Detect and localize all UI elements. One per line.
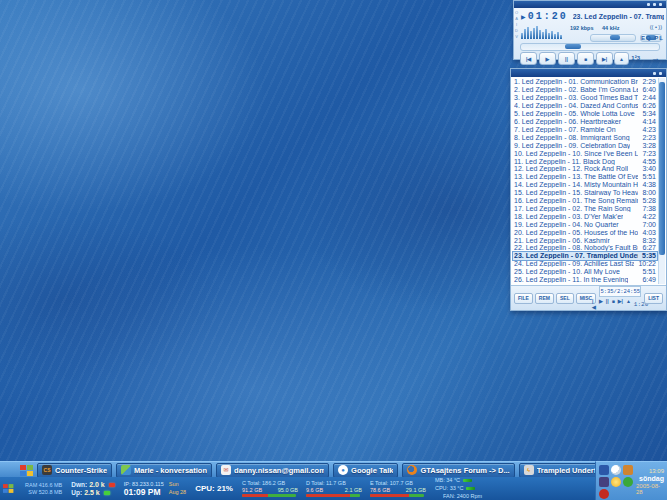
- playlist-row[interactable]: 21. Led Zeppelin - 06. Kashmir 8:32: [513, 236, 657, 244]
- playlist-row[interactable]: 25. Led Zeppelin - 10. All My Love 5:51: [513, 268, 657, 276]
- shuffle-button[interactable]: 1²3: [631, 55, 640, 61]
- playlist-row[interactable]: 11. Led Zeppelin - 11. Black Dog 4:55: [513, 157, 657, 165]
- tray-clock[interactable]: 13:09 söndag 2005-08-28: [636, 464, 665, 498]
- playlist-menu-button[interactable]: REM: [535, 293, 554, 304]
- track-title: 6. Led Zeppelin - 06. Heartbreaker: [514, 118, 621, 125]
- volume-slider[interactable]: [590, 34, 636, 42]
- transport-button[interactable]: ■: [577, 52, 594, 65]
- time-display[interactable]: 01:20: [528, 11, 568, 22]
- tray-orange-app-icon[interactable]: [623, 465, 633, 475]
- playlist-row[interactable]: 1. Led Zeppelin - 01. Communication Brea…: [513, 78, 657, 86]
- playlist-row[interactable]: 24. Led Zeppelin - 09. Achilles Last Sta…: [513, 260, 657, 268]
- minimize-icon[interactable]: [647, 3, 650, 6]
- playlist-list-button[interactable]: LIST: [644, 293, 663, 304]
- playlist-scrollbar-thumb[interactable]: [659, 82, 665, 255]
- playlist-row[interactable]: 5. Led Zeppelin - 05. Whole Lotta Love 5…: [513, 110, 657, 118]
- playlist-scrollbar[interactable]: [658, 78, 665, 284]
- playlist-row[interactable]: 4. Led Zeppelin - 04. Dazed And Confused…: [513, 102, 657, 110]
- playlist-row[interactable]: 16. Led Zeppelin - 01. The Song Remains …: [513, 197, 657, 205]
- playlist-row[interactable]: 17. Led Zeppelin - 02. The Rain Song 7:3…: [513, 205, 657, 213]
- playlist-row[interactable]: 14. Led Zeppelin - 14. Misty Mountain Ho…: [513, 181, 657, 189]
- mini-transport-button[interactable]: ■: [612, 298, 615, 310]
- taskbar: Counter-Strike Marie - konversation dann…: [0, 461, 667, 500]
- playlist-menu-button[interactable]: SEL: [556, 293, 574, 304]
- volume-thumb[interactable]: [610, 35, 620, 40]
- playlist-body: 1. Led Zeppelin - 01. Communication Brea…: [511, 77, 666, 285]
- transport-button[interactable]: |◀: [520, 52, 537, 65]
- taskbar-button[interactable]: GTAsajtens Forum -> D...: [402, 463, 514, 478]
- disk-usage-bar: [306, 494, 360, 497]
- track-title-marquee[interactable]: 23. Led Zeppelin - 07. Trample: [573, 13, 664, 20]
- upload-led-icon: [104, 491, 110, 495]
- winamp-titlebar[interactable]: [514, 1, 666, 8]
- disk-usage-bar: [242, 494, 296, 497]
- shade-icon[interactable]: [653, 3, 656, 6]
- system-stats-bar: RAM 416.6 MB SW 520.8 MB Dwn: 2.0 k Up: …: [0, 477, 595, 500]
- playlist-row[interactable]: 19. Led Zeppelin - 04. No Quarter 7:00: [513, 220, 657, 228]
- windows-flag-icon[interactable]: [3, 484, 13, 493]
- mini-transport-button[interactable]: ||: [606, 298, 609, 310]
- mini-transport-button[interactable]: |◀: [592, 298, 596, 310]
- playlist-row[interactable]: 20. Led Zeppelin - 05. Houses of the Hol…: [513, 228, 657, 236]
- playlist-row[interactable]: 9. Led Zeppelin - 09. Celebration Day 3:…: [513, 141, 657, 149]
- taskbar-button[interactable]: danny.nissan@gmail.com: [216, 463, 329, 478]
- track-title: 26. Led Zeppelin - 11. In the Evening: [514, 276, 628, 283]
- tray-sun-icon[interactable]: [611, 477, 621, 487]
- eq-pl-buttons[interactable]: EQ PL: [641, 35, 664, 41]
- temperature-stats: MB: 34 °C CPU: 33 °C FAN: 2400 Rpm: [435, 477, 482, 500]
- playlist-row[interactable]: 18. Led Zeppelin - 03. D'Yer Mak'er 4:22: [513, 212, 657, 220]
- start-button[interactable]: [20, 465, 33, 476]
- transport-button[interactable]: ||: [558, 52, 575, 65]
- fan-speed: FAN: 2400 Rpm: [435, 493, 482, 500]
- playlist-row[interactable]: 7. Led Zeppelin - 07. Ramble On 4:23: [513, 125, 657, 133]
- track-duration: 5:51: [642, 268, 656, 275]
- mini-transport-button[interactable]: ▲: [626, 298, 631, 310]
- playlist-row[interactable]: 3. Led Zeppelin - 03. Good Times Bad Tim…: [513, 94, 657, 102]
- close-icon[interactable]: [659, 72, 662, 75]
- taskbar-button[interactable]: Marie - konversation: [116, 463, 212, 478]
- transport-button[interactable]: ▶: [539, 52, 556, 65]
- clutterbar[interactable]: OAIDV: [514, 10, 519, 40]
- tray-purple-app-icon[interactable]: [599, 477, 609, 487]
- playlist-row[interactable]: 8. Led Zeppelin - 08. Immigrant Song 2:2…: [513, 133, 657, 141]
- eject-button[interactable]: ▲: [614, 52, 629, 65]
- tray-weather-icon[interactable]: [611, 465, 621, 475]
- mini-transport-button[interactable]: ▶|: [618, 298, 623, 310]
- playlist-row[interactable]: 26. Led Zeppelin - 11. In the Evening 6:…: [513, 276, 657, 284]
- track-duration: 4:38: [642, 181, 656, 188]
- mini-transport-button[interactable]: ▶: [599, 298, 603, 310]
- tray-red-app-icon[interactable]: [599, 489, 609, 499]
- disk-stat: E Total: 107.7 GB 78.6 GB 29.1 GB: [370, 480, 426, 497]
- disk-stat: D Total: 11.7 GB 9.6 GB 2.1 GB: [306, 480, 362, 497]
- clock-24h: 13:09: [649, 468, 664, 474]
- taskbar-button[interactable]: Trampled Underfoot - ...: [519, 463, 595, 478]
- close-icon[interactable]: [659, 3, 662, 6]
- track-duration: 10:22: [638, 260, 656, 267]
- playlist-row[interactable]: 22. Led Zeppelin - 08. Nobody's Fault Bu…: [513, 244, 657, 252]
- playlist-mini-transport: |◀▶||■▶|▲ 1:20: [599, 298, 641, 310]
- playlist-row[interactable]: 15. Led Zeppelin - 15. Stairway To Heave…: [513, 189, 657, 197]
- clock-12h: 01:09 PM: [124, 487, 164, 497]
- tray-blue-app-icon[interactable]: [599, 465, 609, 475]
- taskbar-button[interactable]: Counter-Strike: [37, 463, 112, 478]
- date-label: Aug 28: [169, 489, 186, 495]
- playlist-row[interactable]: 10. Led Zeppelin - 10. Since I've Been L…: [513, 149, 657, 157]
- playlist-row[interactable]: 6. Led Zeppelin - 06. Heartbreaker 4:14: [513, 118, 657, 126]
- playlist-titlebar[interactable]: [511, 69, 666, 77]
- spectrum-visualizer[interactable]: [521, 25, 565, 39]
- shade-icon[interactable]: [653, 72, 656, 75]
- disk-free: 95.0 GB: [278, 487, 298, 493]
- tray-sync-icon[interactable]: [623, 477, 633, 487]
- playlist-menu-button[interactable]: FILE: [514, 293, 533, 304]
- playlist-row[interactable]: 13. Led Zeppelin - 13. The Battle Of Eve…: [513, 173, 657, 181]
- repeat-button[interactable]: →: [651, 53, 660, 63]
- playlist-row[interactable]: 12. Led Zeppelin - 12. Rock And Roll 3:4…: [513, 165, 657, 173]
- taskbar-button-label: Google Talk: [351, 466, 393, 475]
- seek-thumb[interactable]: [565, 44, 581, 49]
- seek-bar[interactable]: [520, 43, 660, 51]
- taskbar-button[interactable]: Google Talk: [333, 463, 398, 478]
- track-title: 5. Led Zeppelin - 05. Whole Lotta Love: [514, 110, 635, 117]
- transport-button[interactable]: ▶|: [596, 52, 613, 65]
- playlist-row[interactable]: 23. Led Zeppelin - 07. Trampled Underfoo…: [513, 252, 657, 260]
- playlist-row[interactable]: 2. Led Zeppelin - 02. Babe I'm Gonna Lea…: [513, 86, 657, 94]
